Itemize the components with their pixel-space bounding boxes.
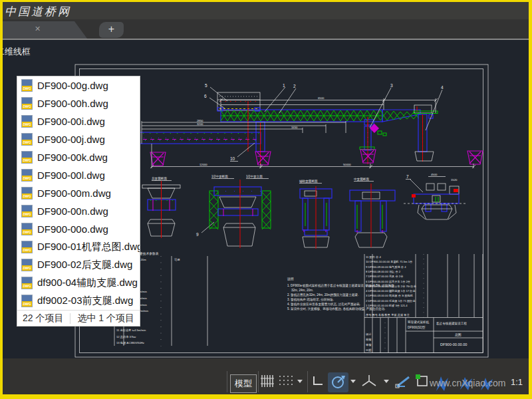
object-snap-tracking-icon [395,374,411,389]
svg-text:13 电源 AC380V/50Hz: 13 电源 AC380V/50Hz [116,341,144,344]
svg-text:DF900-00.00.00: DF900-00.00.00 [440,342,467,346]
svg-text:32m, 24m, 20m.: 32m, 24m, 20m. [291,289,313,292]
svg-text:8 DF900-08.00.00 油缸: 8 DF900-08.00.00 油缸 台 2 [366,270,401,273]
svg-text:2 DF900-02.00.00 后支腿 1台: 2 DF900-02.00.00 后支腿 1台 71 附行走 [366,299,416,303]
object-snap-button[interactable] [415,374,430,391]
border-bottom [0,394,532,399]
tab-close-icon[interactable]: ✕ [35,25,41,33]
file-item[interactable]: DWGDF900-00o.dwg [17,220,140,238]
snap-mode-button[interactable] [278,374,293,391]
snap-dropdown-caret[interactable] [297,380,303,383]
selected-count: 选中 1 个项目 [77,313,134,325]
svg-text:11 附件: 11 附件 台 4 [366,255,381,259]
pier-pad [255,152,271,165]
svg-text:12000: 12000 [200,163,207,166]
grid-icon [260,374,275,388]
section-views [142,180,467,249]
ortho-mode-button[interactable] [311,375,325,390]
file-item[interactable]: DWGDF900-00n.dwg [17,202,140,220]
svg-text:1/2中支立面: 1/2中支立面 [246,174,263,179]
svg-text:双导梁式架桥机: 双导梁式架桥机 [408,320,430,324]
border-left [0,0,3,399]
ortho-icon [311,375,325,387]
dwg-file-icon: DWG [21,277,33,289]
dwg-file-icon: DWG [21,187,33,200]
svg-text:1: 1 [283,83,285,88]
polar-dropdown-caret[interactable] [350,380,356,383]
svg-text:6500: 6500 [318,96,325,100]
object-snap-icon [415,374,430,388]
dwg-file-icon: DWG [21,295,33,307]
dimension-lines [142,98,475,168]
svg-text:审核: 审核 [366,343,372,346]
svg-text:11 走行速度 t=4.5m/min: 11 走行速度 t=4.5m/min [116,329,146,332]
svg-text:2. 整机适用孔跨32m, 24m, 20m的预应力混凝土箱: 2. 整机适用孔跨32m, 24m, 20m的预应力混凝土箱梁. [287,293,358,297]
dwg-file-icon: DWG [21,97,33,110]
file-item[interactable]: DWGDF900-01机臂总图.dwg [17,238,140,256]
polar-tracking-button[interactable] [328,372,348,392]
dwg-file-icon: DWG [21,115,33,128]
isodraft-dropdown-caret[interactable] [384,380,389,383]
svg-text:设计: 设计 [366,332,372,336]
svg-text:5. 架设作业时, 注意横移、纵移动作配合, 各机构联动缓慢: 5. 架设作业时, 注意横移、纵移动作配合, 各机构联动缓慢, 严禁急停急动. [287,307,385,311]
new-tab-button[interactable]: + [99,22,124,38]
isodraft-icon [361,374,377,388]
svg-text:7: 7 [406,174,409,179]
file-item[interactable]: DWGdf9002-03前支腿.dwg [17,292,140,310]
callout-leaders [201,87,442,233]
svg-text:总图: 总图 [455,333,462,336]
separator [307,371,308,392]
divider [70,313,70,324]
svg-text:序号 图号 名称 数量 单重 总重: 序号 图号 名称 数量 单重 总重 备注 [366,313,410,317]
file-item[interactable]: DWGDF900-02后支腿.dwg [17,256,140,274]
file-item[interactable]: DWGDF900-00m.dwg [17,184,140,202]
file-item[interactable]: DWGDF900-00j.dwg [17,130,140,148]
svg-text:50000: 50000 [343,163,351,166]
svg-text:4. 整机作业前应检查各支腿受力状态, 过孔时严禁超载.: 4. 整机作业前应检查各支腿受力状态, 过孔时严禁超载. [287,302,360,307]
watermark-text: www.cnXqiao.com [430,378,505,388]
svg-text:辅助支腿断面: 辅助支腿断面 [299,179,318,184]
svg-text:校核: 校核 [366,338,372,341]
document-tab[interactable]: ✕ [0,21,87,39]
svg-text:9: 9 [196,232,199,237]
dwg-file-icon: DWG [21,205,33,217]
dwg-file-icon: DWG [21,223,33,235]
file-item[interactable]: DWGdf900-04辅助支腿.dwg [17,274,140,292]
file-item[interactable]: DWGDF900-00i.dwg [17,112,140,130]
svg-text:4: 4 [441,85,444,90]
annotation-scale-button[interactable]: 1:1 [511,377,523,387]
file-item[interactable]: DWGDF900-00l.dwg [17,166,140,184]
pier-pad [467,151,483,164]
svg-text:客运专线箱梁架设工程: 客运专线箱梁架设工程 [436,321,467,326]
dwg-file-icon: DWG [21,259,33,271]
status-bar: 模型 [0,358,532,394]
model-space-button[interactable]: 模型 [230,374,257,393]
svg-text:4 DF900-04.00.00 辅助支腿 1台: 4 DF900-04.00.00 辅助支腿 1台 17 行走 [366,289,416,293]
app-window: 中国道桥网 ✕ + 二维线框 [0,0,532,399]
dwg-file-icon: DWG [21,133,33,146]
file-item[interactable]: DWGDF900-00g.dwg [17,76,140,94]
section-labels: 后支腿断面 1/2中支断面 1/2中支立面 辅助支腿断面 中支腿断面 [152,174,446,184]
svg-text:1/2中支断面: 1/2中支断面 [211,174,228,179]
dwg-file-icon: DWG [21,241,33,253]
svg-text:2: 2 [293,84,296,88]
svg-text:日期: 日期 [366,348,371,352]
dwg-file-icon: DWG [21,79,33,92]
svg-text:5: 5 [205,83,207,88]
svg-text:1520: 1520 [451,178,458,182]
object-snap-tracking-button[interactable] [395,374,411,392]
svg-text:1 DF900-01.00.00 机臂 3台: 1 DF900-01.00.00 机臂 3台 121.4 [366,304,408,307]
isodraft-button[interactable] [361,374,377,391]
dwg-file-icon: DWG [21,169,33,182]
pier-pad [150,152,166,166]
callout-labels: 1 2 3 4 5 6 7 9 10 [196,83,444,237]
svg-text:10: 10 [230,156,235,161]
file-item[interactable]: DWGDF900-00k.dwg [17,148,140,166]
drawing-canvas[interactable]: 二维线框 [0,41,532,358]
item-count: 22 个项目 [17,313,63,325]
separator [227,371,227,392]
svg-text:说明: 说明 [287,277,294,281]
polar-tracking-icon [330,374,347,391]
grid-display-button[interactable] [260,374,275,391]
file-item[interactable]: DWGDF900-00h.dwg [17,94,140,112]
